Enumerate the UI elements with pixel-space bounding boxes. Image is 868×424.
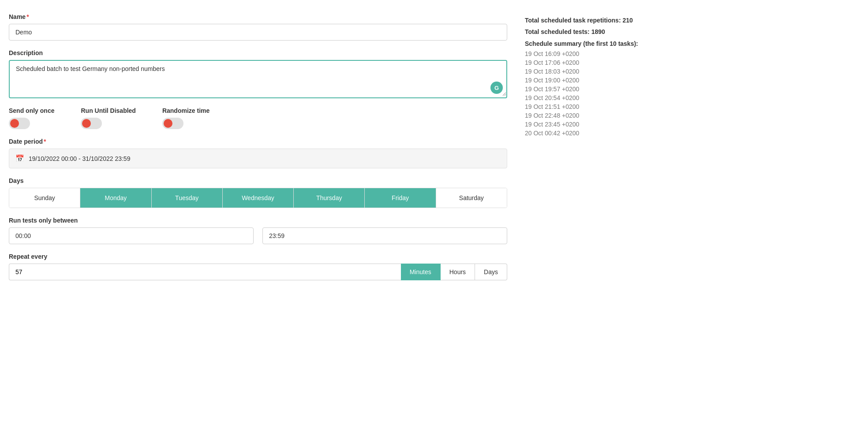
day-monday[interactable]: Monday [80, 188, 151, 208]
schedule-summary-title: Schedule summary (the first 10 tasks): [525, 39, 859, 48]
run-tests-between-label: Run tests only between [9, 217, 507, 224]
randomize-time-toggle[interactable] [162, 118, 183, 129]
schedule-item: 20 Oct 00:42 +0200 [525, 130, 859, 137]
page-wrapper: Name* Description Scheduled batch to tes… [0, 0, 868, 302]
repeat-every-group: Repeat every Minutes Hours Days [9, 253, 507, 280]
randomize-time-knob [164, 119, 172, 128]
send-only-once-group: Send only once [9, 107, 54, 129]
repeat-every-label: Repeat every [9, 253, 507, 260]
toggles-row: Send only once Run Until Disabled Random… [9, 107, 507, 129]
name-required-star: * [26, 13, 29, 20]
day-sunday[interactable]: Sunday [9, 188, 80, 208]
main-form: Name* Description Scheduled batch to tes… [9, 13, 507, 289]
run-until-disabled-label: Run Until Disabled [81, 107, 135, 114]
time-from-input[interactable] [9, 227, 254, 244]
time-to-input[interactable] [262, 227, 507, 244]
day-tuesday[interactable]: Tuesday [152, 188, 223, 208]
schedule-item: 19 Oct 17:06 +0200 [525, 59, 859, 66]
name-field-group: Name* [9, 13, 507, 41]
grammarly-icon: G [490, 82, 503, 94]
repeat-unit-days[interactable]: Days [475, 264, 507, 280]
run-until-disabled-toggle[interactable] [81, 118, 102, 129]
schedule-item: 19 Oct 16:09 +0200 [525, 50, 859, 57]
date-period-field-group: Date period* 📅 19/10/2022 00:00 - 31/10/… [9, 138, 507, 168]
date-period-value: 19/10/2022 00:00 - 31/10/2022 23:59 [29, 155, 130, 162]
total-tests: Total scheduled tests: 1890 [525, 27, 859, 37]
schedule-item: 19 Oct 18:03 +0200 [525, 68, 859, 75]
time-row [9, 227, 507, 244]
send-only-once-label: Send only once [9, 107, 54, 114]
date-period-input[interactable]: 📅 19/10/2022 00:00 - 31/10/2022 23:59 [9, 149, 507, 168]
days-label: Days [9, 177, 507, 184]
run-tests-between-group: Run tests only between [9, 217, 507, 244]
repeat-row: Minutes Hours Days [9, 264, 507, 280]
randomize-time-label: Randomize time [162, 107, 210, 114]
date-period-label: Date period* [9, 138, 507, 145]
days-row: Sunday Monday Tuesday Wednesday Thursday… [9, 188, 507, 208]
name-label: Name* [9, 13, 507, 20]
schedule-item: 19 Oct 21:51 +0200 [525, 103, 859, 110]
sidebar-summary: Total scheduled task repetitions: 210 To… [525, 13, 859, 289]
name-input[interactable] [9, 24, 507, 41]
description-label: Description [9, 49, 507, 56]
repeat-unit-minutes[interactable]: Minutes [401, 264, 441, 280]
total-repetitions: Total scheduled task repetitions: 210 [525, 15, 859, 25]
send-only-once-toggle[interactable] [9, 118, 30, 129]
schedule-items-container: 19 Oct 16:09 +020019 Oct 17:06 +020019 O… [525, 50, 859, 137]
description-wrapper: Scheduled batch to test Germany non-port… [9, 60, 507, 98]
schedule-item: 19 Oct 22:48 +0200 [525, 112, 859, 119]
run-until-disabled-group: Run Until Disabled [81, 107, 135, 129]
send-only-once-knob [10, 119, 19, 128]
day-saturday[interactable]: Saturday [436, 188, 507, 208]
repeat-value-input[interactable] [9, 264, 401, 280]
schedule-item: 19 Oct 19:57 +0200 [525, 86, 859, 93]
day-thursday[interactable]: Thursday [294, 188, 365, 208]
randomize-time-group: Randomize time [162, 107, 210, 129]
day-wednesday[interactable]: Wednesday [223, 188, 294, 208]
date-period-required-star: * [44, 138, 46, 145]
description-textarea[interactable]: Scheduled batch to test Germany non-port… [10, 61, 506, 96]
schedule-item: 19 Oct 20:54 +0200 [525, 94, 859, 101]
calendar-icon: 📅 [15, 154, 24, 163]
days-field-group: Days Sunday Monday Tuesday Wednesday Thu… [9, 177, 507, 208]
schedule-item: 19 Oct 19:00 +0200 [525, 77, 859, 84]
description-field-group: Description Scheduled batch to test Germ… [9, 49, 507, 98]
schedule-item: 19 Oct 23:45 +0200 [525, 121, 859, 128]
day-friday[interactable]: Friday [365, 188, 436, 208]
repeat-unit-hours[interactable]: Hours [441, 264, 475, 280]
